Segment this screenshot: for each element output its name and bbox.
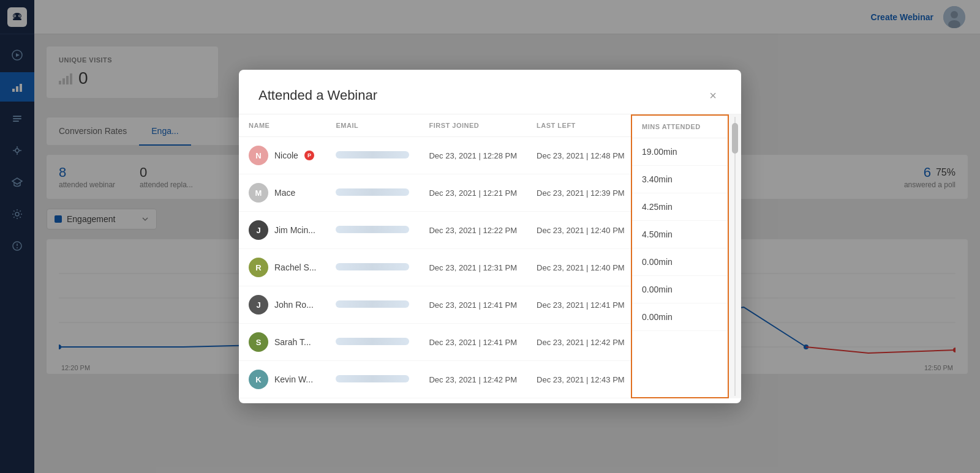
table-row[interactable]: R Rachel S... Dec 23, 2021 | 12:31 PMDec… — [239, 249, 631, 286]
mins-attended-cell: 19.00min — [632, 138, 728, 166]
table-row[interactable]: N Nicole P Dec 23, 2021 | 12:28 PMDec 23… — [239, 137, 631, 174]
col-name: NAME — [239, 114, 326, 137]
mins-attended-cell: 0.00min — [632, 304, 728, 331]
modal-title: Attended a Webinar — [258, 88, 377, 103]
mins-attended-cell: 0.00min — [632, 276, 728, 304]
modal-footer — [239, 398, 741, 403]
attendee-table: NAME EMAIL FIRST JOINED LAST LEFT N Nico… — [239, 114, 631, 398]
mins-attended-cell: 4.25min — [632, 193, 728, 221]
modal-body: NAME EMAIL FIRST JOINED LAST LEFT N Nico… — [239, 114, 741, 398]
attendee-table-container: NAME EMAIL FIRST JOINED LAST LEFT N Nico… — [239, 114, 631, 398]
table-row[interactable]: S Sarah T... Dec 23, 2021 | 12:41 PMDec … — [239, 324, 631, 361]
modal-header: Attended a Webinar × — [239, 70, 741, 114]
col-email: EMAIL — [326, 114, 419, 137]
modal-close-button[interactable]: × — [704, 87, 722, 104]
scrollbar-vertical[interactable] — [729, 114, 741, 398]
table-row[interactable]: M Mace Dec 23, 2021 | 12:21 PMDec 23, 20… — [239, 174, 631, 212]
mins-attended-header: MINS ATTENDED — [632, 116, 728, 138]
mins-attended-cell: 4.50min — [632, 221, 728, 248]
table-row[interactable]: K Kevin W... Dec 23, 2021 | 12:42 PMDec … — [239, 361, 631, 398]
col-first-joined: FIRST JOINED — [419, 114, 527, 137]
mins-attended-cell: 0.00min — [632, 248, 728, 276]
modal-overlay: Attended a Webinar × NAME EMAIL FIRST JO… — [0, 0, 980, 473]
table-row[interactable]: J Jim Mcin... Dec 23, 2021 | 12:22 PMDec… — [239, 212, 631, 249]
mins-attended-cell: 3.40min — [632, 166, 728, 193]
modal: Attended a Webinar × NAME EMAIL FIRST JO… — [239, 70, 741, 403]
col-last-left: LAST LEFT — [527, 114, 631, 137]
table-row[interactable]: J John Ro... Dec 23, 2021 | 12:41 PMDec … — [239, 286, 631, 324]
mins-attended-column: MINS ATTENDED 19.00min3.40min4.25min4.50… — [631, 114, 729, 398]
